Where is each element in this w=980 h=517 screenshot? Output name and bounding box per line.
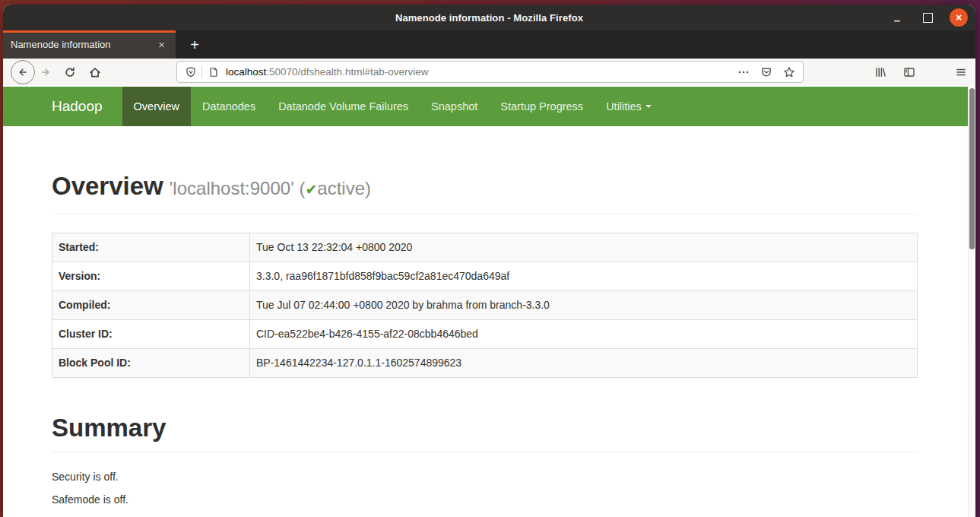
- page-scrollbar[interactable]: [968, 85, 975, 517]
- row-value: Tue Jul 07 02:44:00 +0800 2020 by brahma…: [250, 291, 918, 320]
- nav-tab-startup-progress[interactable]: Startup Progress: [489, 87, 595, 126]
- nav-tab-snapshot[interactable]: Snapshot: [420, 87, 489, 126]
- tab-strip: Namenode information × +: [3, 30, 975, 59]
- new-tab-button[interactable]: +: [183, 33, 206, 56]
- maximize-button[interactable]: [919, 9, 936, 26]
- close-button[interactable]: ×: [950, 8, 968, 27]
- namenode-endpoint: 'localhost:9000' (✔active): [170, 178, 371, 198]
- row-value: CID-ea522be4-b426-4155-af22-08cbb4646bed: [250, 320, 918, 349]
- overview-title: Overview: [52, 172, 163, 200]
- nav-tab-datanode-volume-failures[interactable]: Datanode Volume Failures: [267, 87, 420, 126]
- library-icon: [874, 66, 886, 78]
- row-value: 3.3.0, raa96f1871bfd858f9bac59cf2a81ec47…: [250, 262, 918, 291]
- nav-tab-datanodes[interactable]: Datanodes: [191, 87, 267, 126]
- url-text[interactable]: localhost:50070/dfshealth.html#tab-overv…: [226, 66, 428, 78]
- back-button[interactable]: [11, 60, 35, 84]
- row-label: Compiled:: [52, 291, 250, 320]
- summary-heading: Summary: [52, 412, 918, 443]
- security-status-text: Security is off.: [52, 469, 918, 484]
- utilities-label: Utilities: [606, 100, 642, 113]
- table-row-block-pool-id: Block Pool ID: BP-1461442234-127.0.1.1-1…: [52, 349, 918, 378]
- firefox-window: Namenode information - Mozilla Firefox –…: [3, 5, 975, 517]
- hadoop-brand[interactable]: Hadoop: [52, 87, 122, 126]
- nav-tab-overview[interactable]: Overview: [122, 87, 191, 126]
- tracking-protection-shield-icon[interactable]: [185, 66, 197, 78]
- row-label: Block Pool ID:: [52, 349, 250, 378]
- sidebars-button[interactable]: [903, 66, 915, 78]
- table-row-compiled: Compiled: Tue Jul 07 02:44:00 +0800 2020…: [52, 291, 918, 320]
- row-value: Tue Oct 13 22:32:04 +0800 2020: [250, 233, 918, 262]
- bookmark-star-icon[interactable]: [783, 66, 795, 78]
- pocket-icon[interactable]: [760, 66, 772, 78]
- row-label: Started:: [52, 233, 250, 262]
- page-identity-icon[interactable]: [208, 66, 220, 78]
- overview-heading: Overview'localhost:9000' (✔active): [52, 170, 918, 201]
- maximize-icon: [923, 13, 933, 23]
- hamburger-menu-icon: [955, 66, 967, 78]
- hadoop-navbar: Hadoop Overview Datanodes Datanode Volum…: [3, 87, 968, 126]
- active-check-icon: ✔: [305, 182, 317, 198]
- minimize-button[interactable]: –: [889, 7, 905, 28]
- back-icon: [17, 66, 29, 78]
- tab-title: Namenode information: [11, 39, 155, 50]
- sidebars-icon: [903, 66, 915, 78]
- row-value: BP-1461442234-127.0.1.1-1602574899623: [250, 349, 918, 378]
- nav-dropdown-utilities[interactable]: Utilities: [595, 87, 663, 126]
- table-row-cluster-id: Cluster ID: CID-ea522be4-b426-4155-af22-…: [52, 320, 918, 349]
- library-button[interactable]: [874, 66, 886, 78]
- browser-toolbar: localhost:50070/dfshealth.html#tab-overv…: [3, 59, 975, 86]
- namenode-state: active: [317, 178, 365, 198]
- desktop-background: Namenode information - Mozilla Firefox –…: [0, 0, 980, 517]
- window-titlebar[interactable]: Namenode information - Mozilla Firefox –…: [3, 5, 975, 30]
- active-tab-indicator: [3, 30, 176, 33]
- forward-icon: [40, 66, 52, 78]
- reload-icon: [64, 66, 76, 78]
- table-row-version: Version: 3.3.0, raa96f1871bfd858f9bac59c…: [52, 262, 918, 291]
- tab-close-icon[interactable]: ×: [155, 36, 168, 52]
- url-path: :50070/dfshealth.html#tab-overview: [266, 66, 428, 78]
- filesystem-objects-text: 59 files and directories, 10 blocks (10 …: [52, 515, 918, 517]
- table-row-started: Started: Tue Oct 13 22:32:04 +0800 2020: [52, 233, 918, 262]
- page-content: Hadoop Overview Datanodes Datanode Volum…: [3, 85, 975, 517]
- page-actions-icon[interactable]: [737, 66, 750, 78]
- account-button[interactable]: [929, 66, 975, 78]
- window-title: Namenode information - Mozilla Firefox: [395, 12, 583, 24]
- scrollbar-thumb[interactable]: [969, 88, 975, 249]
- safemode-status-text: Safemode is off.: [52, 492, 918, 507]
- url-bar[interactable]: localhost:50070/dfshealth.html#tab-overv…: [176, 61, 804, 83]
- namenode-info-table: Started: Tue Oct 13 22:32:04 +0800 2020 …: [52, 233, 918, 378]
- summary-divider: [52, 452, 918, 452]
- overview-page: Overview'localhost:9000' (✔active) Start…: [52, 170, 918, 517]
- row-label: Version:: [52, 262, 250, 291]
- window-controls: – ×: [889, 5, 968, 30]
- urlbar-action-icons: [737, 62, 795, 82]
- home-button[interactable]: [88, 65, 102, 79]
- row-label: Cluster ID:: [52, 320, 250, 349]
- menu-button[interactable]: [955, 66, 967, 78]
- reload-button[interactable]: [64, 66, 76, 78]
- tab-namenode-information[interactable]: Namenode information ×: [3, 30, 176, 59]
- forward-button[interactable]: [40, 66, 52, 78]
- caret-down-icon: [645, 105, 652, 108]
- home-icon: [88, 65, 102, 79]
- url-host: localhost: [226, 66, 266, 78]
- urlbar-separator: [201, 66, 202, 78]
- heading-divider: [52, 214, 918, 214]
